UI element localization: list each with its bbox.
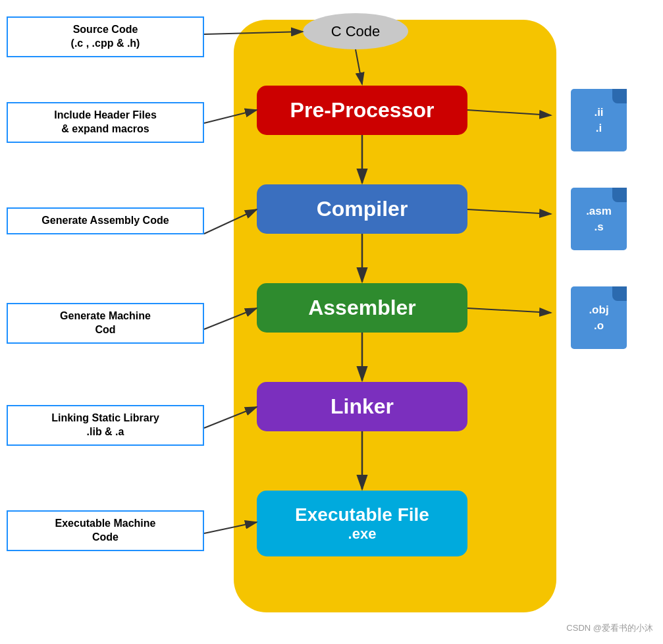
assembler-box: Assembler (257, 283, 467, 333)
file-obj-label: .obj.o (589, 302, 608, 334)
executable-box: Executable File .exe (257, 491, 467, 556)
assembler-label: Assembler (308, 296, 416, 320)
main-container: C Code Source Code(.c , .cpp & .h) Inclu… (0, 0, 663, 644)
label-linking: Linking Static Library.lib & .a (7, 405, 204, 446)
compiler-box: Compiler (257, 184, 467, 234)
label-executable: Executable MachineCode (7, 510, 204, 551)
label-assembly: Generate Assembly Code (7, 207, 204, 234)
file-icon-asm: .asm.s (571, 188, 627, 250)
executable-label-line2: .exe (348, 525, 377, 543)
file-icon-obj: .obj.o (571, 286, 627, 349)
label-source: Source Code(.c , .cpp & .h) (7, 16, 204, 57)
watermark: CSDN @爱看书的小沐 (566, 622, 653, 634)
file-icon-ii: .ii.i (571, 89, 627, 151)
c-code-label: C Code (331, 23, 381, 40)
label-machine: Generate MachineCod (7, 303, 204, 344)
executable-label-line1: Executable File (295, 504, 429, 525)
preprocessor-box: Pre-Processor (257, 86, 467, 135)
file-asm-label: .asm.s (586, 203, 612, 235)
linker-box: Linker (257, 382, 467, 431)
linker-label: Linker (331, 394, 394, 419)
label-header: Include Header Files& expand macros (7, 102, 204, 143)
compiler-label: Compiler (317, 197, 408, 221)
preprocessor-label: Pre-Processor (290, 98, 435, 122)
file-ii-label: .ii.i (594, 105, 603, 136)
c-code-ellipse: C Code (303, 13, 408, 49)
